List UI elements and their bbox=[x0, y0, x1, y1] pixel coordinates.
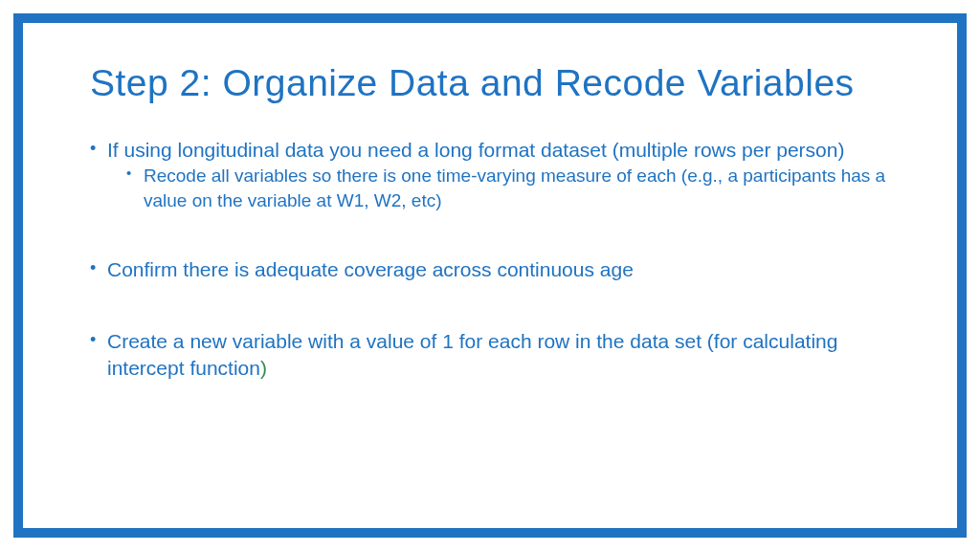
bullet-item: Create a new variable with a value of 1 … bbox=[90, 328, 900, 383]
sub-bullet-list: Recode all variables so there is one tim… bbox=[107, 164, 900, 212]
bullet-text: Create a new variable with a value of 1 … bbox=[107, 330, 837, 379]
slide-frame: Step 2: Organize Data and Recode Variabl… bbox=[13, 13, 967, 538]
spacer bbox=[90, 222, 900, 256]
slide-content: If using longitudinal data you need a lo… bbox=[90, 137, 900, 383]
spacer bbox=[90, 294, 900, 328]
sub-bullet-item: Recode all variables so there is one tim… bbox=[126, 164, 900, 212]
bullet-item: Confirm there is adequate coverage acros… bbox=[90, 256, 900, 283]
green-paren: ) bbox=[260, 357, 267, 379]
bullet-list: Confirm there is adequate coverage acros… bbox=[90, 256, 900, 283]
bullet-item: If using longitudinal data you need a lo… bbox=[90, 137, 900, 213]
bullet-list: Create a new variable with a value of 1 … bbox=[90, 328, 900, 383]
slide-title: Step 2: Organize Data and Recode Variabl… bbox=[90, 61, 900, 106]
bullet-text: If using longitudinal data you need a lo… bbox=[107, 139, 844, 161]
bullet-list: If using longitudinal data you need a lo… bbox=[90, 137, 900, 213]
